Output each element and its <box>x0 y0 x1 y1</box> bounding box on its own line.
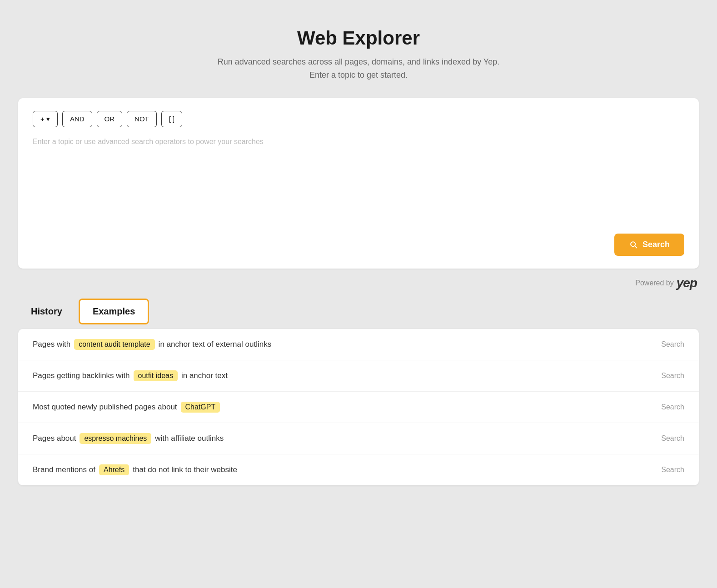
example-suffix: in anchor text of external outlinks <box>159 340 272 349</box>
example-search-link[interactable]: Search <box>661 434 684 443</box>
group-operator-button[interactable]: [ ] <box>161 111 183 127</box>
examples-list: Pages withcontent audit templatein ancho… <box>18 329 699 485</box>
page-title: Web Explorer <box>18 27 699 49</box>
add-operator-button[interactable]: + ▾ <box>33 111 58 127</box>
example-text: Brand mentions ofAhrefsthat do not link … <box>33 464 237 475</box>
and-operator-button[interactable]: AND <box>62 111 92 127</box>
search-footer: Search <box>33 234 684 256</box>
example-search-link[interactable]: Search <box>661 372 684 380</box>
example-prefix: Brand mentions of <box>33 465 95 474</box>
example-text: Pages aboutespresso machineswith affilia… <box>33 433 224 444</box>
example-row: Brand mentions ofAhrefsthat do not link … <box>18 454 699 485</box>
example-search-link[interactable]: Search <box>661 340 684 349</box>
page-subtitle: Run advanced searches across all pages, … <box>18 55 699 82</box>
example-suffix: with affiliate outlinks <box>155 434 224 443</box>
example-prefix: Most quoted newly published pages about <box>33 403 177 412</box>
or-operator-button[interactable]: OR <box>97 111 123 127</box>
example-highlight-tag: outfit ideas <box>134 370 178 381</box>
powered-by-text: Powered by yep <box>635 276 697 290</box>
example-row: Pages withcontent audit templatein ancho… <box>18 329 699 360</box>
example-text: Most quoted newly published pages aboutC… <box>33 402 220 413</box>
example-suffix: that do not link to their website <box>133 465 237 474</box>
operator-bar: + ▾ AND OR NOT [ ] <box>33 111 684 127</box>
tab-history[interactable]: History <box>18 300 75 323</box>
tabs-row: History Examples <box>18 299 699 324</box>
tab-examples[interactable]: Examples <box>79 299 149 324</box>
example-highlight-tag: espresso machines <box>80 433 151 444</box>
example-prefix: Pages getting backlinks with <box>33 371 130 380</box>
powered-by-section: Powered by yep <box>18 269 699 294</box>
example-suffix: in anchor text <box>181 371 228 380</box>
example-row: Pages aboutespresso machineswith affilia… <box>18 423 699 454</box>
example-row: Pages getting backlinks withoutfit ideas… <box>18 360 699 392</box>
example-highlight-tag: ChatGPT <box>181 402 220 413</box>
example-text: Pages withcontent audit templatein ancho… <box>33 339 271 350</box>
search-button[interactable]: Search <box>614 234 684 256</box>
example-prefix: Pages with <box>33 340 70 349</box>
search-textarea[interactable] <box>33 136 684 227</box>
not-operator-button[interactable]: NOT <box>127 111 157 127</box>
header-section: Web Explorer Run advanced searches acros… <box>18 27 699 82</box>
example-prefix: Pages about <box>33 434 76 443</box>
yep-logo: yep <box>677 276 697 290</box>
search-icon <box>629 240 638 249</box>
example-row: Most quoted newly published pages aboutC… <box>18 392 699 423</box>
example-highlight-tag: Ahrefs <box>99 464 129 475</box>
example-search-link[interactable]: Search <box>661 466 684 474</box>
tabs-and-examples: History Examples Pages withcontent audit… <box>18 299 699 485</box>
example-search-link[interactable]: Search <box>661 403 684 411</box>
search-panel: + ▾ AND OR NOT [ ] Search <box>18 98 699 269</box>
example-text: Pages getting backlinks withoutfit ideas… <box>33 370 228 381</box>
example-highlight-tag: content audit template <box>74 339 154 350</box>
